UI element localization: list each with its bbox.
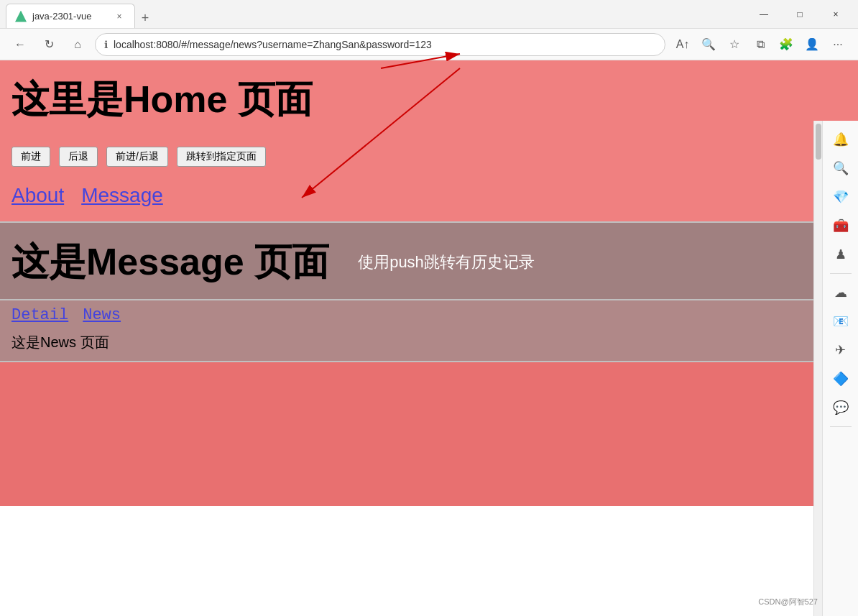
forward-back-button[interactable]: 前进/后退 xyxy=(106,147,168,167)
home-button[interactable]: ⌂ xyxy=(66,33,89,56)
read-aloud-button[interactable]: A↑ xyxy=(671,33,694,56)
extensions-button[interactable]: 🧩 xyxy=(775,33,798,56)
news-nav-links: Detail News xyxy=(11,306,847,324)
browser-window: java-2301-vue × + — □ × ← ↻ ⌂ ℹ A↑ 🔍 ☆ ⧉… xyxy=(0,0,858,616)
navigation-buttons: 前进 后退 前进/后退 跳转到指定页面 xyxy=(11,147,847,167)
profile-button[interactable]: 👤 xyxy=(801,33,824,56)
right-sidebar: 🔔 🔍 💎 🧰 ♟ ☁ 📧 ✈ 🔷 💬 + ⚙ xyxy=(822,121,858,616)
navigation-bar: ← ↻ ⌂ ℹ A↑ 🔍 ☆ ⧉ 🧩 👤 ··· xyxy=(0,29,858,60)
cloud-icon[interactable]: ☁ xyxy=(828,280,854,305)
sidebar-divider-2 xyxy=(830,426,852,427)
forward-button[interactable]: 前进 xyxy=(11,147,50,167)
more-options-button[interactable]: ··· xyxy=(826,33,849,56)
csdn-watermark: CSDN@阿智527 xyxy=(758,597,818,607)
nav-actions: A↑ 🔍 ☆ ⧉ 🧩 👤 ··· xyxy=(671,33,849,56)
add-sidebar-button[interactable]: + xyxy=(828,610,854,616)
notification-icon[interactable]: 🔔 xyxy=(828,127,854,152)
back-button[interactable]: 后退 xyxy=(59,147,98,167)
maximize-button[interactable]: □ xyxy=(783,3,816,26)
home-title: 这里是Home 页面 xyxy=(11,75,847,125)
azure-icon[interactable]: 🔷 xyxy=(828,366,854,392)
new-tab-button[interactable]: + xyxy=(135,8,155,28)
minimize-button[interactable]: — xyxy=(747,3,780,26)
scrollbar-thumb[interactable] xyxy=(816,124,821,160)
tools-icon[interactable]: 🧰 xyxy=(828,213,854,239)
sidebar-divider-1 xyxy=(830,273,852,274)
back-navigation-button[interactable]: ← xyxy=(9,33,32,56)
main-content: 这里是Home 页面 前进 后退 前进/后退 跳转到指定页面 About Mes… xyxy=(0,60,858,616)
tab-area: java-2301-vue × + xyxy=(6,0,736,28)
tab-close-button[interactable]: × xyxy=(113,10,126,23)
close-button[interactable]: × xyxy=(819,3,852,26)
chat-icon[interactable]: 💬 xyxy=(828,395,854,420)
send-icon[interactable]: ✈ xyxy=(828,337,854,363)
collections-icon[interactable]: 💎 xyxy=(828,184,854,210)
bottom-section xyxy=(0,362,858,506)
address-bar-wrapper: ℹ xyxy=(95,33,665,56)
news-content: 这是News 页面 xyxy=(11,330,847,358)
tab-title: java-2301-vue xyxy=(32,11,107,22)
goto-page-button[interactable]: 跳转到指定页面 xyxy=(177,147,266,167)
reload-button[interactable]: ↻ xyxy=(37,33,60,56)
content-scrollbar[interactable] xyxy=(813,121,822,616)
news-section: Detail News 这是News 页面 xyxy=(0,300,858,362)
message-title: 这是Message 页面 xyxy=(11,237,329,288)
message-subtitle: 使用push跳转有历史记录 xyxy=(358,252,535,273)
tab-favicon-icon xyxy=(15,11,27,22)
address-info-icon: ℹ xyxy=(104,39,108,50)
home-nav-links: About Message xyxy=(11,178,847,210)
message-link[interactable]: Message xyxy=(81,184,163,207)
search-page-button[interactable]: 🔍 xyxy=(697,33,720,56)
home-section: 这里是Home 页面 前进 后退 前进/后退 跳转到指定页面 About Mes… xyxy=(0,60,858,223)
message-section: 这是Message 页面 使用push跳转有历史记录 xyxy=(0,223,858,300)
title-bar: java-2301-vue × + — □ × xyxy=(0,0,858,29)
address-bar[interactable] xyxy=(114,39,656,50)
about-link[interactable]: About xyxy=(11,184,64,207)
chess-icon[interactable]: ♟ xyxy=(828,242,854,267)
search-sidebar-icon[interactable]: 🔍 xyxy=(828,155,854,181)
split-view-button[interactable]: ⧉ xyxy=(749,33,772,56)
detail-link[interactable]: Detail xyxy=(11,306,68,324)
favorites-button[interactable]: ☆ xyxy=(723,33,746,56)
browser-tab[interactable]: java-2301-vue × xyxy=(6,4,135,28)
outlook-icon[interactable]: 📧 xyxy=(828,308,854,334)
news-link[interactable]: News xyxy=(83,306,121,324)
window-controls: — □ × xyxy=(747,3,852,26)
